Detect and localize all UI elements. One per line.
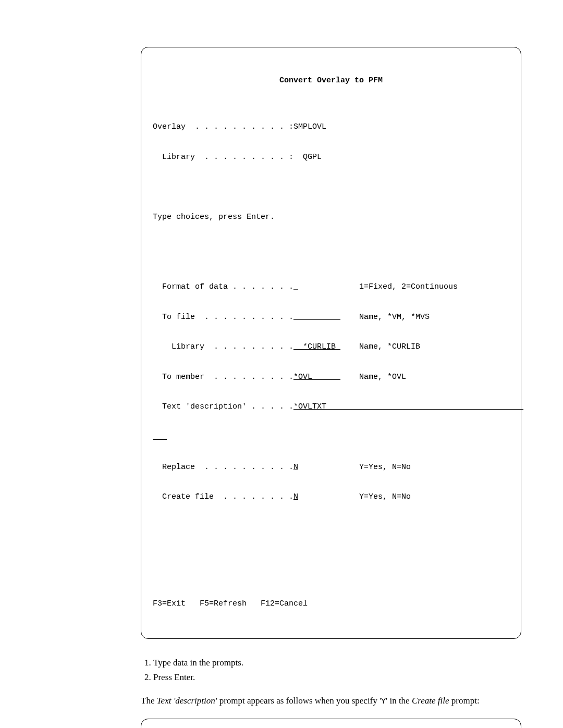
panel1-fkeys: F3=Exit F5=Refresh F12=Cancel [153,599,509,609]
library-value: QGPL [293,153,322,162]
row-format: Format of data . . . . . . ._1=Fixed, 2=… [153,282,509,292]
row-desc: Text 'description' . . . . .*OVLTXT [153,402,509,412]
steps-list: Type data in the prompts. Press Enter. [141,658,521,683]
replace-input[interactable]: N [293,463,298,472]
desc-input[interactable]: *OVLTXT [293,402,523,411]
overlay-label: Overlay . . . . . . . . . . : [153,122,293,132]
tflib-label: Library . . . . . . . . . [153,342,293,352]
terminal-panel-1: Convert Overlay to PFM Overlay . . . . .… [141,47,521,639]
overlay-value: SMPLOVL [293,122,326,131]
desc-input-cont[interactable] [153,433,167,441]
row-tofile: To file . . . . . . . . . . Name, *VM, *… [153,312,509,322]
row-tofile-lib: Library . . . . . . . . . *CURLIB Name, … [153,342,509,352]
row-desc-cont [153,432,509,442]
tofile-label: To file . . . . . . . . . . [153,312,293,322]
tomem-label: To member . . . . . . . . . [153,372,293,382]
desc-label: Text 'description' . . . . . [153,402,293,412]
replace-label: Replace . . . . . . . . . . [153,462,293,472]
format-input[interactable]: _ [293,282,298,291]
terminal-panel-2: Convert Overlay to PFM Overlay . . . . .… [141,719,521,728]
format-hint: 1=Fixed, 2=Continuous [359,282,458,291]
panel1-title: Convert Overlay to PFM [153,76,509,85]
step-2: Press Enter. [153,672,521,683]
row-replace: Replace . . . . . . . . . .NY=Yes, N=No [153,462,509,472]
row-create: Create file . . . . . . . .NY=Yes, N=No [153,492,509,502]
replace-hint: Y=Yes, N=No [359,463,411,472]
create-label: Create file . . . . . . . . [153,492,293,502]
tofile-input[interactable] [293,313,340,322]
tofile-hint: Name, *VM, *MVS [359,313,430,322]
tomem-hint: Name, *OVL [359,373,406,381]
tflib-input[interactable]: *CURLIB [293,342,340,351]
step-1: Type data in the prompts. [153,658,521,668]
row-tomember: To member . . . . . . . . .*OVL Name, *O… [153,372,509,382]
panel1-instruction: Type choices, press Enter. [153,212,509,222]
library-label: Library . . . . . . . . . : [153,152,293,162]
panel1-overlay-row: Overlay . . . . . . . . . . :SMPLOVL [153,122,509,132]
panel1-library-row: Library . . . . . . . . . : QGPL [153,152,509,162]
create-hint: Y=Yes, N=No [359,492,411,501]
tomem-input[interactable]: *OVL [293,373,340,381]
format-label: Format of data . . . . . . . [153,282,293,292]
mid-paragraph: The Text 'description' prompt appears as… [141,695,521,707]
create-input[interactable]: N [293,492,298,501]
tflib-hint: Name, *CURLIB [359,342,420,351]
